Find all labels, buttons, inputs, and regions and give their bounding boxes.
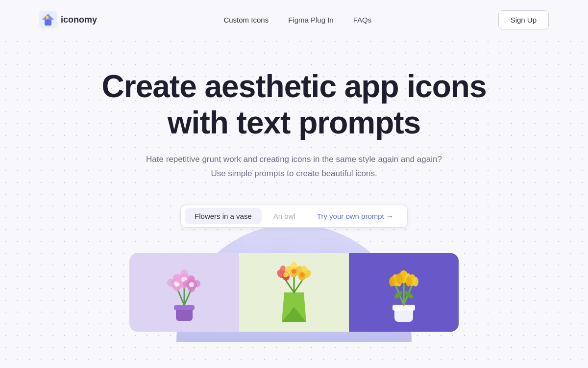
navbar: iconomy Custom Icons Figma Plug In FAQs … — [0, 0, 588, 39]
svg-point-60 — [413, 277, 418, 287]
svg-point-40 — [292, 269, 296, 274]
svg-point-53 — [389, 277, 395, 287]
hero-title-line1: Create aesthetic app icons — [102, 69, 487, 104]
svg-rect-46 — [392, 305, 415, 311]
tab-flowers[interactable]: Flowers in a vase — [185, 208, 262, 224]
tab-owl[interactable]: An owl — [264, 208, 305, 224]
logo-icon — [39, 11, 57, 28]
prompt-tabs: Flowers in a vase An owl Try your own pr… — [180, 205, 408, 228]
svg-point-59 — [406, 277, 412, 287]
svg-point-24 — [194, 280, 200, 287]
flower-tulip-icon — [377, 258, 431, 327]
nav-links: Custom Icons Figma Plug In FAQs — [223, 16, 371, 24]
icon-grid — [129, 253, 459, 332]
svg-point-17 — [180, 269, 188, 277]
hero-section: Create aesthetic app icons with text pro… — [0, 39, 588, 332]
flower-purple-icon — [157, 258, 211, 327]
demo-area: Flowers in a vase An owl Try your own pr… — [0, 205, 588, 332]
svg-point-44 — [300, 272, 305, 277]
svg-rect-3 — [46, 16, 49, 19]
svg-point-16 — [174, 275, 182, 283]
nav-faqs[interactable]: FAQs — [353, 16, 372, 24]
icon-cell-3 — [349, 253, 459, 332]
logo[interactable]: iconomy — [39, 11, 97, 28]
icon-cell-1 — [129, 253, 239, 332]
flower-bouquet-icon — [267, 258, 321, 327]
nav-figma-plugin[interactable]: Figma Plug In — [288, 16, 334, 24]
svg-point-56 — [396, 273, 403, 284]
svg-point-26 — [189, 282, 194, 287]
icon-cell-2 — [239, 253, 349, 332]
svg-rect-1 — [45, 20, 51, 26]
svg-point-23 — [188, 276, 195, 283]
signup-button[interactable]: Sign Up — [498, 10, 549, 29]
svg-line-29 — [286, 280, 294, 292]
hero-title-line2: with text prompts — [168, 105, 420, 140]
svg-point-22 — [183, 280, 190, 287]
svg-line-31 — [294, 280, 302, 292]
tab-custom-prompt[interactable]: Try your own prompt → — [307, 208, 403, 224]
logo-text: iconomy — [61, 15, 97, 25]
hero-subtitle-line1: Hate repetitive grunt work and creating … — [146, 155, 442, 164]
nav-custom-icons[interactable]: Custom Icons — [223, 16, 269, 24]
hero-subtitle-line2: Use simple prompts to create beautiful i… — [211, 169, 377, 178]
hero-title: Create aesthetic app icons with text pro… — [98, 69, 490, 141]
hero-subtitle: Hate repetitive grunt work and creating … — [0, 153, 588, 181]
